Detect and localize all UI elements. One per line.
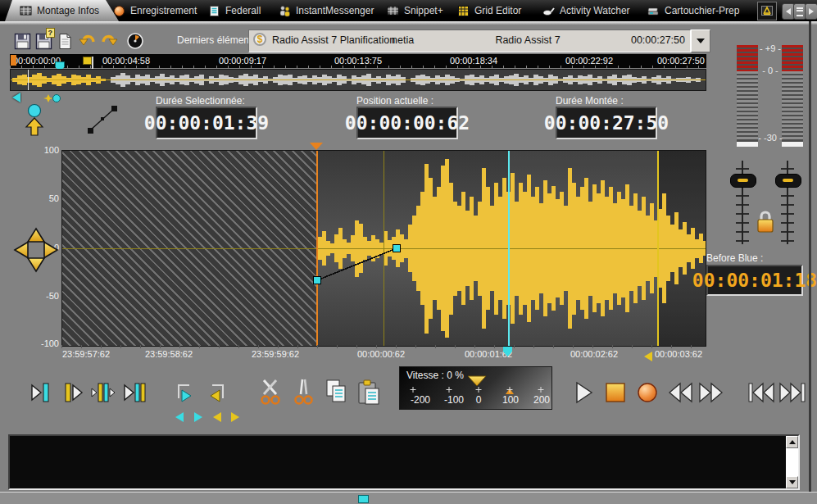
tab-label: Montage Infos (37, 5, 99, 16)
x-axis-label: 23:59:58:62 (145, 349, 193, 359)
goto-end-button[interactable] (778, 380, 807, 408)
set-mark-in-button[interactable] (172, 380, 197, 408)
cut-button[interactable] (258, 378, 283, 411)
scrollbar-up-button[interactable] (786, 436, 798, 448)
status-handle[interactable] (358, 495, 369, 503)
speaker-marker-button[interactable] (23, 103, 46, 139)
play-around-marks-button[interactable] (90, 380, 116, 408)
back-button[interactable] (12, 93, 20, 102)
tab-federall[interactable]: Federall (208, 0, 261, 21)
tab-scroll-right-button[interactable] (805, 3, 817, 20)
meter-label-plus9: - +9 - (758, 43, 783, 53)
play-to-both-marks-icon (123, 380, 148, 405)
yellow-flag-marker[interactable] (92, 57, 93, 70)
last-elements-dropdown[interactable]: $ Radio Assist 7 Planification netia Rad… (248, 30, 691, 52)
new-document-button[interactable] (54, 30, 75, 52)
nudge-mark-out-right-button[interactable] (231, 412, 239, 422)
overview-ruler[interactable]: 00:00:00:00 00:00:04:58 00:00:09:17 00:0… (10, 54, 706, 68)
meter-label-minus30: - -30 - (758, 133, 783, 143)
fade-handle-start[interactable] (313, 276, 321, 284)
overview-waveform[interactable] (10, 69, 706, 91)
x-axis-label: 00:00:03:62 (655, 349, 702, 359)
tab-snippet[interactable]: Snippet+ (387, 0, 443, 21)
edit-point-top-marker[interactable] (310, 143, 323, 150)
speed-label: Vitesse : 0 % (406, 370, 464, 381)
scroll-pad[interactable] (11, 225, 61, 278)
main-waveform-svg (62, 151, 706, 346)
redo-button[interactable] (98, 30, 120, 52)
play-from-mark-button[interactable] (62, 380, 87, 408)
tab-instantmessenger[interactable]: InstantMessenger (279, 0, 374, 21)
y-axis-label: -50 (25, 291, 59, 301)
selected-duration-label: Durée Selectionnée: (156, 95, 245, 107)
current-position-display: 00:00:00:62 (356, 107, 458, 139)
goto-start-button[interactable] (747, 380, 776, 408)
copy-button[interactable] (325, 379, 349, 410)
yellow-grid-icon (457, 5, 470, 17)
timer-button[interactable] (125, 30, 146, 52)
paste-button[interactable] (356, 379, 380, 410)
tab-bar: Montage Infos Enregistrement Federall In… (0, 0, 817, 21)
nudge-mark-out-left-button[interactable] (213, 412, 221, 422)
record-button[interactable] (635, 380, 660, 408)
chevron-down-icon (697, 39, 705, 43)
waveform-editor[interactable] (61, 150, 706, 347)
nudge-mark-in-right-button[interactable] (194, 412, 202, 422)
scale-tick (476, 387, 482, 393)
tab-activity-watcher[interactable]: Activity Watcher (542, 0, 630, 21)
fade-editor-button[interactable] (87, 105, 118, 138)
log-textarea[interactable] (8, 434, 800, 490)
menu-icon (797, 7, 803, 16)
record-ball-icon (113, 5, 125, 17)
ruler-label: 00:00:13:75 (334, 56, 382, 66)
current-position-value: 00:00:00:62 (345, 112, 470, 134)
save-button[interactable] (11, 30, 33, 52)
window-right-edge (809, 21, 811, 492)
fast-forward-button[interactable] (697, 380, 725, 408)
right-arrow-icon (809, 8, 814, 15)
speed-pointer-icon[interactable] (467, 375, 487, 387)
scrollbar-down-button[interactable] (786, 476, 798, 488)
before-blue-label: Before Blue : (706, 252, 763, 264)
speed-scale-label: 200 (533, 394, 550, 406)
save-as-button[interactable]: ? (33, 30, 54, 52)
before-blue-display: 00:00:01:18 (706, 265, 803, 296)
speed-scale-label: -200 (411, 394, 430, 406)
stop-button[interactable] (603, 380, 628, 408)
undo-button[interactable] (77, 30, 98, 52)
lock-icon (755, 208, 776, 236)
fade-handle-end[interactable] (393, 244, 401, 252)
set-mark-out-button[interactable] (205, 380, 229, 408)
redo-arrow-icon (100, 33, 118, 49)
meter-label-zero: - 0 - (758, 66, 783, 75)
tab-cartouchier-prep[interactable]: Cartouchier-Prep (647, 0, 739, 21)
scale-tick (447, 387, 452, 393)
play-button[interactable] (573, 380, 594, 408)
x-axis-label: 00:00:00:62 (357, 349, 405, 359)
play-to-marks-button[interactable] (123, 380, 148, 408)
yellow-axis-marker[interactable] (644, 352, 652, 361)
speed-control[interactable]: Vitesse : 0 % -200 -100 0 100 200 (399, 366, 552, 410)
gain-slider-left-handle[interactable] (730, 174, 756, 188)
nudge-mark-in-left-button[interactable] (175, 412, 184, 422)
split-button[interactable] (292, 378, 315, 411)
left-arrow-icon (786, 8, 791, 15)
scissors-open-icon (258, 378, 283, 407)
selected-duration-value: 00:00:01:39 (144, 112, 269, 134)
start-marker[interactable] (11, 55, 16, 66)
link-lock-button[interactable] (755, 208, 776, 239)
gain-slider-right-handle[interactable] (775, 174, 801, 188)
tab-grid-editor[interactable]: Grid Editor (457, 0, 521, 21)
goto-selection-start-button[interactable] (30, 380, 54, 408)
rewind-icon (666, 380, 694, 405)
dropdown-arrow-button[interactable] (691, 30, 710, 52)
page-icon (57, 33, 73, 50)
tab-label: Cartouchier-Prep (665, 5, 739, 16)
floppy-icon (14, 33, 31, 50)
tab-enregistrement[interactable]: Enregistrement (113, 0, 197, 21)
alarm-button[interactable] (757, 2, 777, 20)
log-scrollbar[interactable] (786, 436, 798, 488)
tab-montage-infos[interactable]: Montage Infos (5, 0, 119, 21)
fast-forward-icon (697, 380, 725, 405)
rewind-button[interactable] (666, 380, 694, 408)
